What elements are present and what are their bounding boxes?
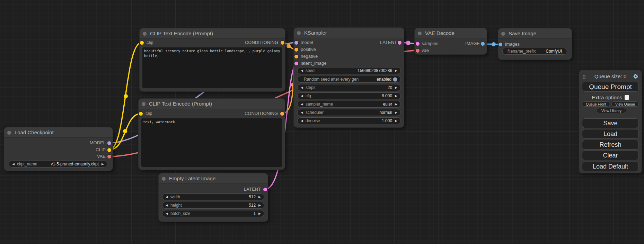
- node-title[interactable]: VAE Decode: [415, 28, 487, 38]
- widget-label: Random seed after every gen: [304, 77, 359, 82]
- filename-prefix-widget[interactable]: filename_prefix ComfyUI: [502, 48, 567, 55]
- node-title[interactable]: Save Image: [498, 28, 572, 39]
- collapse-dot-icon[interactable]: [142, 102, 145, 106]
- random-seed-toggle-widget[interactable]: Random seed after every gen enabled: [297, 76, 401, 83]
- node-title[interactable]: Empty Latent Image: [159, 173, 268, 184]
- collapse-dot-icon[interactable]: [297, 31, 301, 35]
- steps-widget[interactable]: ◀ steps 20 ▶: [297, 84, 401, 91]
- latent-output-port[interactable]: [398, 41, 402, 45]
- widget-label: cfg: [306, 93, 311, 98]
- widget-label: ckpt_name: [17, 162, 37, 166]
- positive-input-port[interactable]: [294, 48, 298, 52]
- node-ksampler[interactable]: KSampler model LATENT positive negative …: [294, 28, 404, 127]
- image-output-port[interactable]: [481, 42, 485, 46]
- view-history-button[interactable]: View History: [597, 108, 626, 113]
- collapse-dot-icon[interactable]: [7, 131, 11, 135]
- decrement-arrow-icon[interactable]: ◀: [301, 101, 303, 107]
- output-label: CLIP: [96, 146, 106, 153]
- wire-clip-negative: [109, 114, 141, 150]
- clip-input-port[interactable]: [139, 112, 143, 116]
- input-label: clip: [145, 110, 152, 117]
- height-widget[interactable]: ◀ height 512 ▶: [162, 202, 264, 209]
- node-vae-decode[interactable]: VAE Decode samples IMAGE vae: [415, 28, 487, 54]
- clear-button[interactable]: Clear: [582, 151, 639, 160]
- decrement-arrow-icon[interactable]: ◀: [12, 161, 15, 167]
- node-clip-text-encode-positive[interactable]: CLIP Text Encode (Prompt) clip CONDITION…: [140, 28, 285, 91]
- node-graph-canvas[interactable]: Load Checkpoint MODEL CLIP VAE ◀ ckpt_na…: [0, 0, 644, 244]
- decrement-arrow-icon[interactable]: ◀: [301, 67, 303, 74]
- model-output-port[interactable]: [107, 141, 111, 145]
- collapse-dot-icon[interactable]: [162, 177, 166, 181]
- prompt-textarea[interactable]: beautiful scenery nature glass bottle la…: [142, 47, 282, 88]
- toggle-circle-icon[interactable]: [393, 77, 397, 82]
- load-button[interactable]: Load: [582, 129, 639, 139]
- widget-value: ComfyUI: [546, 49, 562, 54]
- widget-label: denoise: [306, 118, 320, 123]
- increment-arrow-icon[interactable]: ▶: [258, 202, 261, 208]
- clip-input-port[interactable]: [140, 41, 144, 45]
- vae-input-port[interactable]: [416, 49, 420, 53]
- view-queue-button[interactable]: View Queue: [611, 101, 639, 107]
- increment-arrow-icon[interactable]: ▶: [258, 210, 261, 217]
- decrement-arrow-icon[interactable]: ◀: [301, 84, 303, 91]
- prompt-textarea[interactable]: text, watermark: [141, 118, 282, 167]
- clip-output-port[interactable]: [107, 148, 111, 152]
- width-widget[interactable]: ◀ width 512 ▶: [162, 193, 264, 200]
- seed-widget[interactable]: ◀ seed 156680208700286 ▶: [297, 67, 401, 74]
- increment-arrow-icon[interactable]: ▶: [395, 67, 397, 74]
- negative-input-port[interactable]: [294, 55, 298, 58]
- collapse-dot-icon[interactable]: [501, 32, 505, 36]
- increment-arrow-icon[interactable]: ▶: [395, 109, 397, 116]
- link-midpoint-dot: [492, 42, 496, 46]
- output-label: VAE: [97, 153, 106, 160]
- widget-value: euler: [383, 102, 392, 107]
- decrement-arrow-icon[interactable]: ◀: [166, 194, 168, 200]
- input-label: clip: [147, 39, 153, 46]
- decrement-arrow-icon[interactable]: ◀: [301, 93, 303, 99]
- conditioning-output-port[interactable]: [281, 41, 284, 45]
- increment-arrow-icon[interactable]: ▶: [395, 101, 397, 107]
- decrement-arrow-icon[interactable]: ◀: [301, 109, 303, 116]
- node-title[interactable]: KSampler: [294, 28, 404, 38]
- conditioning-output-port[interactable]: [280, 112, 284, 116]
- latent-output-port[interactable]: [263, 188, 267, 191]
- vae-output-port[interactable]: [107, 155, 111, 159]
- denoise-widget[interactable]: ◀ denoise 1.000 ▶: [297, 117, 401, 124]
- load-default-button[interactable]: Load Default: [582, 162, 639, 171]
- increment-arrow-icon[interactable]: ▶: [258, 194, 261, 200]
- sampler-name-widget[interactable]: ◀ sampler_name euler ▶: [297, 101, 401, 108]
- node-title[interactable]: CLIP Text Encode (Prompt): [140, 28, 285, 39]
- model-input-port[interactable]: [294, 41, 298, 45]
- save-button[interactable]: Save: [582, 118, 639, 128]
- decrement-arrow-icon[interactable]: ◀: [301, 118, 303, 124]
- increment-arrow-icon[interactable]: ▶: [395, 118, 397, 124]
- latent-image-input-port[interactable]: [294, 62, 298, 65]
- node-save-image[interactable]: Save Image images filename_prefix ComfyU…: [498, 28, 572, 60]
- images-input-port[interactable]: [499, 43, 502, 46]
- queue-front-button[interactable]: Queue Front: [582, 101, 610, 107]
- samples-input-port[interactable]: [416, 42, 420, 46]
- decrement-arrow-icon[interactable]: ◀: [166, 202, 168, 208]
- refresh-button[interactable]: Refresh: [582, 140, 639, 150]
- collapse-dot-icon[interactable]: [418, 31, 422, 35]
- increment-arrow-icon[interactable]: ▶: [102, 161, 104, 167]
- node-empty-latent-image[interactable]: Empty Latent Image LATENT ◀ width 512 ▶ …: [159, 173, 268, 222]
- node-title[interactable]: Load Checkpoint: [4, 127, 113, 138]
- increment-arrow-icon[interactable]: ▶: [395, 93, 397, 99]
- batch-size-widget[interactable]: ◀ batch_size 1 ▶: [162, 210, 264, 217]
- increment-arrow-icon[interactable]: ▶: [395, 84, 397, 91]
- queue-prompt-button[interactable]: Queue Prompt: [582, 82, 639, 92]
- cfg-widget[interactable]: ◀ cfg 8.000 ▶: [297, 92, 401, 99]
- widget-value: 1: [253, 211, 256, 216]
- collapse-dot-icon[interactable]: [143, 32, 147, 36]
- node-title[interactable]: CLIP Text Encode (Prompt): [139, 99, 285, 109]
- node-clip-text-encode-negative[interactable]: CLIP Text Encode (Prompt) clip CONDITION…: [139, 99, 285, 170]
- node-load-checkpoint[interactable]: Load Checkpoint MODEL CLIP VAE ◀ ckpt_na…: [4, 127, 113, 171]
- ckpt-name-widget[interactable]: ◀ ckpt_name v1-5-pruned-emaonly.ckpt ▶: [9, 161, 107, 168]
- input-label: vae: [422, 47, 429, 54]
- extra-options-checkbox[interactable]: [625, 95, 629, 100]
- queue-panel[interactable]: Queue size: 0 Queue Prompt Extra options…: [579, 70, 642, 173]
- decrement-arrow-icon[interactable]: ◀: [166, 210, 168, 217]
- scheduler-widget[interactable]: ◀ scheduler normal ▶: [297, 109, 401, 116]
- settings-gear-icon[interactable]: [633, 73, 639, 79]
